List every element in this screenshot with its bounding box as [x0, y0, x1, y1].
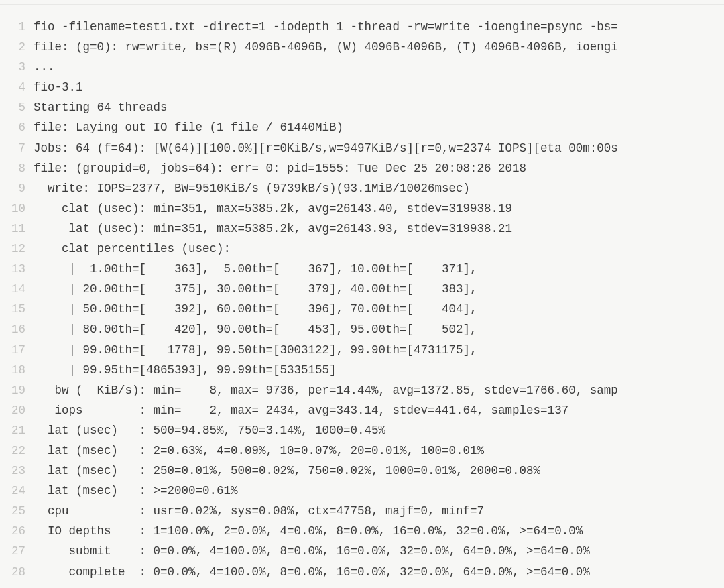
code-line: 8file: (groupid=0, jobs=64): err= 0: pid… [0, 158, 724, 178]
code-line: 23 lat (msec) : 250=0.01%, 500=0.02%, 75… [0, 461, 724, 481]
line-content: lat (msec) : 250=0.01%, 500=0.02%, 750=0… [34, 461, 724, 481]
code-line: 22 lat (msec) : 2=0.63%, 4=0.09%, 10=0.0… [0, 440, 724, 461]
line-content: lat (usec): min=351, max=5385.2k, avg=26… [34, 219, 724, 239]
line-number: 8 [0, 158, 34, 178]
line-number: 10 [0, 198, 34, 219]
line-number: 6 [0, 117, 34, 137]
line-content: complete : 0=0.0%, 4=100.0%, 8=0.0%, 16=… [34, 562, 724, 582]
code-line: 24 lat (msec) : >=2000=0.61% [0, 481, 724, 501]
line-number: 24 [0, 481, 34, 501]
line-number: 7 [0, 138, 34, 158]
code-line: 7Jobs: 64 (f=64): [W(64)][100.0%][r=0KiB… [0, 138, 724, 158]
code-line: 20 iops : min= 2, max= 2434, avg=343.14,… [0, 400, 724, 420]
line-content: file: (g=0): rw=write, bs=(R) 4096B-4096… [34, 37, 724, 57]
code-line: 19 bw ( KiB/s): min= 8, max= 9736, per=1… [0, 380, 724, 400]
code-line: 17 | 99.00th=[ 1778], 99.50th=[3003122],… [0, 340, 724, 360]
line-content: Starting 64 threads [34, 97, 724, 117]
line-content: fio-3.1 [34, 77, 724, 97]
line-content: file: Laying out IO file (1 file / 61440… [34, 117, 724, 137]
line-number: 25 [0, 501, 34, 521]
line-number: 14 [0, 279, 34, 299]
line-content: ... [34, 57, 724, 77]
line-number: 26 [0, 521, 34, 541]
code-line: 2file: (g=0): rw=write, bs=(R) 4096B-409… [0, 37, 724, 57]
code-line: 5Starting 64 threads [0, 97, 724, 117]
line-content: | 99.95th=[4865393], 99.99th=[5335155] [34, 360, 724, 380]
code-line: 18 | 99.95th=[4865393], 99.99th=[5335155… [0, 360, 724, 380]
code-line: 13 | 1.00th=[ 363], 5.00th=[ 367], 10.00… [0, 259, 724, 279]
line-number: 9 [0, 178, 34, 198]
line-number: 22 [0, 440, 34, 461]
line-content: cpu : usr=0.02%, sys=0.08%, ctx=47758, m… [34, 501, 724, 521]
code-line: 11 lat (usec): min=351, max=5385.2k, avg… [0, 219, 724, 239]
code-block: 1fio -filename=test1.txt -direct=1 -iode… [0, 4, 724, 585]
line-content: lat (msec) : >=2000=0.61% [34, 481, 724, 501]
line-number: 17 [0, 340, 34, 360]
line-content: lat (usec) : 500=94.85%, 750=3.14%, 1000… [34, 420, 724, 440]
code-line: 27 submit : 0=0.0%, 4=100.0%, 8=0.0%, 16… [0, 541, 724, 561]
line-number: 23 [0, 461, 34, 481]
line-number: 21 [0, 420, 34, 440]
line-content: IO depths : 1=100.0%, 2=0.0%, 4=0.0%, 8=… [34, 521, 724, 541]
code-line: 4fio-3.1 [0, 77, 724, 97]
line-number: 18 [0, 360, 34, 380]
line-number: 12 [0, 239, 34, 259]
line-content: iops : min= 2, max= 2434, avg=343.14, st… [34, 400, 724, 420]
line-number: 16 [0, 319, 34, 339]
code-line: 6file: Laying out IO file (1 file / 6144… [0, 117, 724, 137]
line-content: | 1.00th=[ 363], 5.00th=[ 367], 10.00th=… [34, 259, 724, 279]
code-line: 14 | 20.00th=[ 375], 30.00th=[ 379], 40.… [0, 279, 724, 299]
code-line: 21 lat (usec) : 500=94.85%, 750=3.14%, 1… [0, 420, 724, 440]
line-content: | 80.00th=[ 420], 90.00th=[ 453], 95.00t… [34, 319, 724, 339]
line-number: 5 [0, 97, 34, 117]
line-number: 2 [0, 37, 34, 57]
code-line: 16 | 80.00th=[ 420], 90.00th=[ 453], 95.… [0, 319, 724, 339]
line-number: 3 [0, 57, 34, 77]
line-number: 27 [0, 541, 34, 561]
line-content: lat (msec) : 2=0.63%, 4=0.09%, 10=0.07%,… [34, 440, 724, 461]
code-line: 1fio -filename=test1.txt -direct=1 -iode… [0, 17, 724, 37]
line-content: submit : 0=0.0%, 4=100.0%, 8=0.0%, 16=0.… [34, 541, 724, 561]
line-content: bw ( KiB/s): min= 8, max= 9736, per=14.4… [34, 380, 724, 400]
line-number: 13 [0, 259, 34, 279]
line-number: 20 [0, 400, 34, 420]
line-content: | 99.00th=[ 1778], 99.50th=[3003122], 99… [34, 340, 724, 360]
code-line: 3... [0, 57, 724, 77]
line-number: 28 [0, 562, 34, 582]
line-number: 15 [0, 299, 34, 319]
line-number: 11 [0, 219, 34, 239]
line-content: clat percentiles (usec): [34, 239, 724, 259]
line-content: clat (usec): min=351, max=5385.2k, avg=2… [34, 198, 724, 219]
line-content: | 20.00th=[ 375], 30.00th=[ 379], 40.00t… [34, 279, 724, 299]
code-line: 10 clat (usec): min=351, max=5385.2k, av… [0, 198, 724, 219]
line-content: fio -filename=test1.txt -direct=1 -iodep… [34, 17, 724, 37]
code-line: 28 complete : 0=0.0%, 4=100.0%, 8=0.0%, … [0, 562, 724, 582]
code-line: 25 cpu : usr=0.02%, sys=0.08%, ctx=47758… [0, 501, 724, 521]
line-content: | 50.00th=[ 392], 60.00th=[ 396], 70.00t… [34, 299, 724, 319]
code-line: 12 clat percentiles (usec): [0, 239, 724, 259]
line-content: write: IOPS=2377, BW=9510KiB/s (9739kB/s… [34, 178, 724, 198]
line-content: file: (groupid=0, jobs=64): err= 0: pid=… [34, 158, 724, 178]
line-number: 4 [0, 77, 34, 97]
line-number: 19 [0, 380, 34, 400]
line-content: Jobs: 64 (f=64): [W(64)][100.0%][r=0KiB/… [34, 138, 724, 158]
line-number: 1 [0, 17, 34, 37]
code-line: 9 write: IOPS=2377, BW=9510KiB/s (9739kB… [0, 178, 724, 198]
code-line: 15 | 50.00th=[ 392], 60.00th=[ 396], 70.… [0, 299, 724, 319]
code-line: 26 IO depths : 1=100.0%, 2=0.0%, 4=0.0%,… [0, 521, 724, 541]
